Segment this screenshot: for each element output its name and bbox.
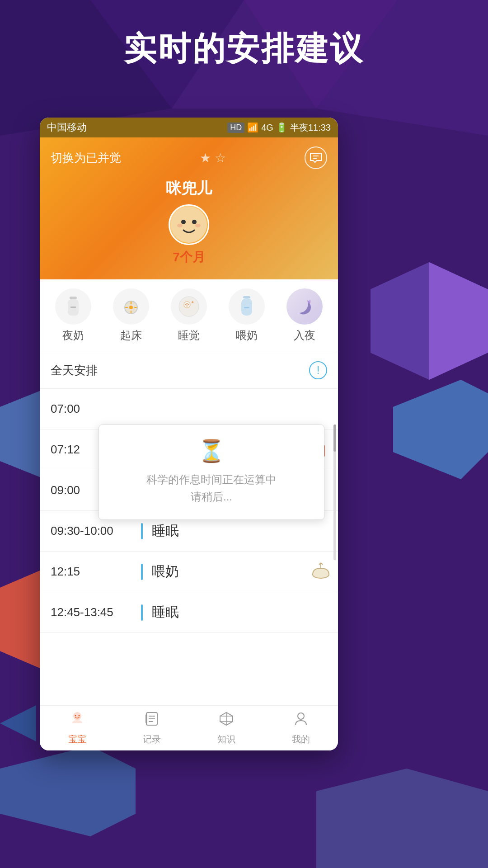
computing-text: 科学的作息时间正在运算中 请稍后... — [108, 471, 315, 506]
status-right: HD 📶 4G 🔋 半夜11:33 — [227, 122, 331, 134]
action-sleep-label: 睡觉 — [178, 328, 200, 343]
night-icon — [286, 288, 323, 325]
computing-popup: ⏳ 科学的作息时间正在运算中 请稍后... — [99, 425, 324, 520]
schedule-row-0700: 07:00 — [40, 389, 338, 429]
svg-point-21 — [195, 224, 201, 227]
svg-point-28 — [184, 302, 190, 308]
svg-point-40 — [74, 712, 81, 720]
quick-actions: 夜奶 起床 — [40, 279, 338, 352]
bottom-nav: 宝宝 记录 — [40, 705, 338, 750]
nav-records-icon — [144, 711, 160, 731]
nav-knowledge-icon — [218, 711, 235, 731]
svg-rect-32 — [244, 307, 249, 308]
schedule-title: 全天安排 — [51, 363, 98, 378]
nav-knowledge-label: 知识 — [217, 733, 235, 745]
svg-marker-14 — [0, 705, 36, 741]
star-empty[interactable]: ☆ — [215, 151, 226, 165]
svg-point-18 — [181, 220, 186, 224]
nav-knowledge[interactable]: 知识 — [189, 706, 263, 750]
carrier-label: 中国移动 — [47, 121, 87, 134]
nav-records-label: 记录 — [143, 733, 161, 745]
signal-icon: 4G — [261, 123, 273, 133]
time-0930: 09:30-10:00 — [51, 524, 141, 538]
sleep-icon: ✦ — [171, 288, 207, 325]
svg-point-26 — [129, 306, 133, 309]
svg-rect-47 — [145, 714, 147, 723]
header-top: 切换为已并觉 ★ ☆ — [51, 146, 327, 169]
avatar-container — [51, 204, 327, 245]
baby-info: 咪兜儿 7个月 — [51, 178, 327, 266]
wifi-icon: 📶 — [247, 122, 258, 133]
event-1215: 喂奶 — [152, 562, 179, 581]
switch-button[interactable]: 切换为已并觉 — [51, 150, 121, 166]
title-area: 实时的安排建议 — [0, 27, 488, 71]
night-milk-icon — [55, 288, 91, 325]
svg-point-42 — [78, 715, 80, 717]
battery-icon: 🔋 — [276, 122, 287, 133]
svg-point-41 — [75, 715, 76, 717]
time-1245: 12:45-13:45 — [51, 605, 141, 619]
action-sleep[interactable]: ✦ 睡觉 — [166, 288, 211, 343]
action-night-milk[interactable]: 夜奶 — [51, 288, 96, 343]
event-1245: 睡眠 — [152, 603, 179, 622]
action-feed-label: 喂奶 — [236, 328, 258, 343]
divider-1215 — [141, 564, 143, 580]
time-1215: 12:15 — [51, 565, 141, 579]
schedule-row-1215: 12:15 喂奶 — [40, 552, 338, 592]
computing-text-line1: 科学的作息时间正在运算中 — [108, 471, 315, 488]
time-display: 半夜11:33 — [290, 122, 331, 134]
info-icon[interactable]: ! — [309, 361, 327, 379]
svg-marker-7 — [429, 262, 488, 380]
time-0700: 07:00 — [51, 402, 141, 416]
svg-marker-8 — [393, 380, 488, 479]
schedule-row-1245: 12:45-13:45 睡眠 — [40, 592, 338, 633]
schedule-header: 全天安排 ! — [40, 352, 338, 389]
svg-point-48 — [298, 713, 304, 719]
nav-baby-label: 宝宝 — [68, 733, 86, 745]
baby-age: 7个月 — [51, 249, 327, 266]
feed-icon — [229, 288, 265, 325]
event-0930: 睡眠 — [152, 522, 179, 540]
star-area: ★ ☆ — [200, 151, 226, 165]
status-bar: 中国移动 HD 📶 4G 🔋 半夜11:33 — [40, 118, 338, 137]
svg-text:✦: ✦ — [191, 300, 194, 305]
action-wake-up[interactable]: 起床 — [108, 288, 154, 343]
nav-baby-icon — [69, 711, 85, 731]
nav-mine[interactable]: 我的 — [263, 706, 338, 750]
svg-rect-22 — [70, 297, 77, 299]
page-title: 实时的安排建议 — [0, 27, 488, 71]
svg-marker-6 — [371, 262, 429, 380]
svg-rect-24 — [70, 307, 76, 308]
action-night-milk-label: 夜奶 — [62, 328, 84, 343]
nav-mine-label: 我的 — [292, 733, 310, 745]
food-icon — [311, 562, 331, 582]
nav-records[interactable]: 记录 — [114, 706, 189, 750]
divider-0930 — [141, 523, 143, 539]
svg-point-17 — [171, 207, 207, 243]
hourglass-icon: ⏳ — [108, 439, 315, 464]
app-header: 切换为已并觉 ★ ☆ 咪兜儿 — [40, 137, 338, 293]
nav-mine-icon — [293, 711, 309, 731]
action-night-label: 入夜 — [294, 328, 315, 343]
svg-rect-30 — [243, 296, 250, 298]
svg-marker-13 — [316, 769, 488, 868]
divider-1245 — [141, 604, 143, 621]
scrollbar-thumb[interactable] — [333, 425, 336, 452]
star-filled[interactable]: ★ — [200, 151, 211, 165]
computing-text-line2: 请稍后... — [108, 488, 315, 505]
svg-marker-12 — [0, 746, 136, 836]
schedule-area: 全天安排 ! 07:00 07:12 09:00 喂奶 — [40, 352, 338, 633]
svg-point-19 — [192, 220, 197, 224]
nav-baby[interactable]: 宝宝 — [40, 706, 114, 750]
baby-avatar[interactable] — [169, 204, 209, 245]
action-wake-up-label: 起床 — [120, 328, 142, 343]
svg-point-20 — [177, 224, 183, 227]
wake-up-icon — [113, 288, 149, 325]
chat-button[interactable] — [305, 146, 327, 169]
action-night[interactable]: 入夜 — [282, 288, 327, 343]
hd-badge: HD — [227, 123, 244, 133]
scrollbar[interactable] — [333, 425, 336, 560]
baby-name: 咪兜儿 — [51, 178, 327, 199]
action-feed[interactable]: 喂奶 — [224, 288, 269, 343]
phone-mockup: 中国移动 HD 📶 4G 🔋 半夜11:33 切换为已并觉 ★ ☆ — [40, 118, 338, 750]
